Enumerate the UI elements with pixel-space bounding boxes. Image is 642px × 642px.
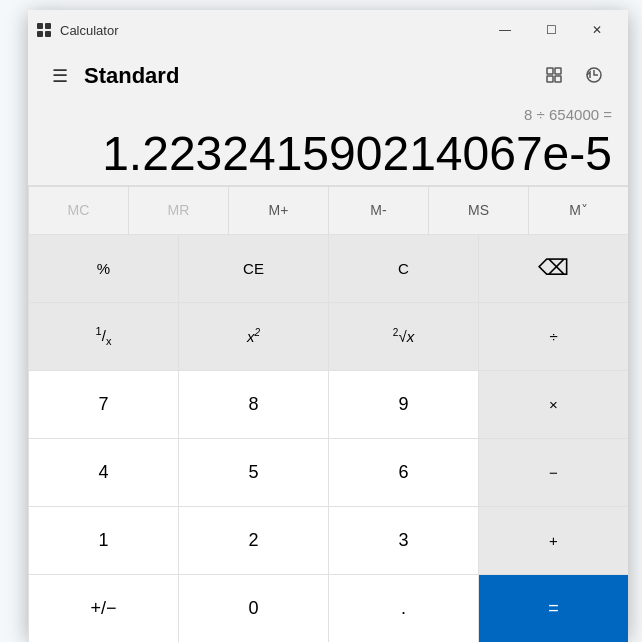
main-button-grid: % CE C ⌫ 1/x x2 2√x ÷ 7 8 9 × 4 5	[28, 234, 628, 642]
five-button[interactable]: 5	[178, 438, 328, 506]
backspace-icon: ⌫	[538, 255, 569, 281]
maximize-button[interactable]: ☐	[528, 10, 574, 50]
three-button[interactable]: 3	[328, 506, 478, 574]
four-button[interactable]: 4	[28, 438, 178, 506]
main-display: 1.223241590214067e-5	[44, 128, 612, 181]
subtract-button[interactable]: −	[478, 438, 628, 506]
display-area: 8 ÷ 654000 = 1.223241590214067e-5	[28, 102, 628, 181]
percent-button[interactable]: %	[28, 234, 178, 302]
seven-button[interactable]: 7	[28, 370, 178, 438]
backspace-button[interactable]: ⌫	[478, 234, 628, 302]
square-button[interactable]: x2	[178, 302, 328, 370]
mplus-button[interactable]: M+	[228, 186, 328, 234]
square-label: x2	[247, 327, 260, 345]
one-button[interactable]: 1	[28, 506, 178, 574]
window-controls: — ☐ ✕	[482, 10, 620, 50]
history-button[interactable]	[536, 57, 572, 96]
button-grid: MC MR M+ M- MS M˅ % CE C ⌫ 1/x x2 2√x	[28, 181, 628, 642]
reciprocal-button[interactable]: 1/x	[28, 302, 178, 370]
expression-display: 8 ÷ 654000 =	[44, 106, 612, 128]
svg-rect-5	[555, 68, 561, 74]
sqrt-button[interactable]: 2√x	[328, 302, 478, 370]
decimal-button[interactable]: .	[328, 574, 478, 642]
equals-button[interactable]: =	[478, 574, 628, 642]
svg-rect-1	[45, 23, 51, 29]
hamburger-icon: ☰	[52, 66, 68, 86]
svg-rect-0	[37, 23, 43, 29]
divide-button[interactable]: ÷	[478, 302, 628, 370]
mminus-button[interactable]: M-	[328, 186, 428, 234]
mode-switch-icon	[544, 73, 564, 88]
ce-button[interactable]: CE	[178, 234, 328, 302]
six-button[interactable]: 6	[328, 438, 478, 506]
app-icon	[36, 22, 52, 38]
minimize-button[interactable]: —	[482, 10, 528, 50]
sqrt-label: 2√x	[393, 327, 414, 345]
mrecall-button[interactable]: M˅	[528, 186, 628, 234]
mc-button[interactable]: MC	[28, 186, 128, 234]
close-button[interactable]: ✕	[574, 10, 620, 50]
svg-rect-6	[547, 76, 553, 82]
mr-button[interactable]: MR	[128, 186, 228, 234]
memory-row: MC MR M+ M- MS M˅	[28, 185, 628, 234]
zero-button[interactable]: 0	[178, 574, 328, 642]
calc-header: ☰ Standard	[28, 50, 628, 102]
nine-button[interactable]: 9	[328, 370, 478, 438]
two-button[interactable]: 2	[178, 506, 328, 574]
history-icon	[584, 73, 604, 88]
hamburger-button[interactable]: ☰	[44, 57, 76, 95]
multiply-button[interactable]: ×	[478, 370, 628, 438]
title-bar: Calculator — ☐ ✕	[28, 10, 628, 50]
reciprocal-label: 1/x	[96, 325, 112, 347]
history-btn[interactable]	[576, 57, 612, 96]
svg-rect-3	[45, 31, 51, 37]
svg-rect-4	[547, 68, 553, 74]
clear-button[interactable]: C	[328, 234, 478, 302]
svg-rect-7	[555, 76, 561, 82]
negate-button[interactable]: +/−	[28, 574, 178, 642]
add-button[interactable]: +	[478, 506, 628, 574]
eight-button[interactable]: 8	[178, 370, 328, 438]
window-title: Calculator	[60, 23, 482, 38]
svg-rect-2	[37, 31, 43, 37]
mode-title: Standard	[84, 63, 536, 89]
calculator-window: Calculator — ☐ ✕ ☰ Standard	[28, 10, 628, 638]
ms-button[interactable]: MS	[428, 186, 528, 234]
